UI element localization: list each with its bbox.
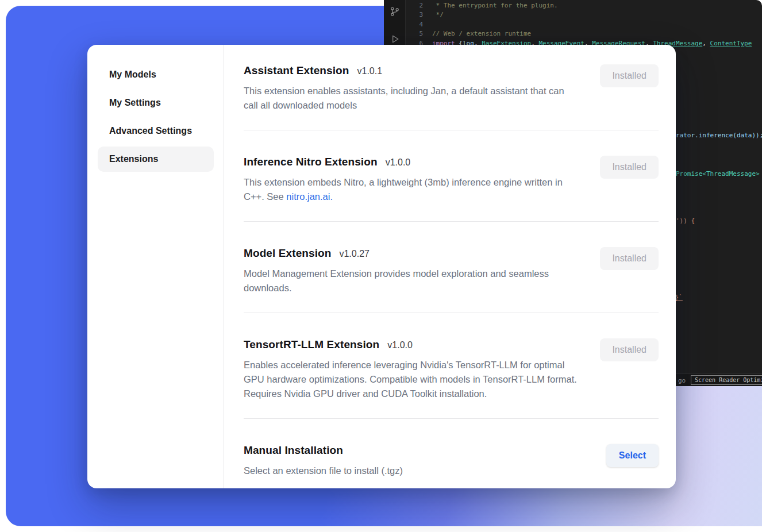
- manual-installation-row: Manual Installation Select an extension …: [244, 444, 659, 478]
- code-fragment: Promise<ThreadMessage>: [676, 170, 760, 178]
- installed-button[interactable]: Installed: [600, 156, 659, 179]
- code-line: 2 * The entrypoint for the plugin.: [406, 1, 762, 10]
- extension-row-nitro: Inference Nitro Extension v1.0.0 This ex…: [244, 156, 659, 204]
- extension-header: TensortRT-LLM Extension v1.0.0: [244, 338, 580, 351]
- screen: 2 * The entrypoint for the plugin. 3 */ …: [0, 0, 762, 532]
- manual-installation-title: Manual Installation: [244, 444, 343, 457]
- extension-title: Assistant Extension: [244, 64, 349, 77]
- extension-header: Inference Nitro Extension v1.0.0: [244, 156, 580, 168]
- extension-description: This extension enables assistants, inclu…: [244, 84, 580, 113]
- extension-version: v1.0.27: [339, 249, 369, 259]
- code-area: 2 * The entrypoint for the plugin. 3 */ …: [406, 1, 762, 48]
- sidebar-item-my-models[interactable]: My Models: [98, 62, 214, 87]
- extension-info: Manual Installation Select an extension …: [244, 444, 403, 478]
- code-line: 5 // Web / extension runtime: [406, 29, 762, 38]
- run-debug-icon[interactable]: [389, 33, 401, 45]
- extensions-panel: Assistant Extension v1.0.1 This extensio…: [224, 45, 676, 488]
- divider: [244, 313, 659, 313]
- extension-version: v1.0.1: [357, 66, 383, 76]
- extension-header: Model Extension v1.0.27: [244, 247, 580, 260]
- divider: [244, 221, 659, 222]
- settings-sidebar: My Models My Settings Advanced Settings …: [87, 45, 224, 488]
- sidebar-item-extensions[interactable]: Extensions: [98, 147, 214, 172]
- line-number: 5: [406, 29, 423, 38]
- nitro-jan-ai-link[interactable]: nitro.jan.ai.: [286, 191, 333, 202]
- extension-row-model: Model Extension v1.0.27 Model Management…: [244, 247, 659, 295]
- line-number: 3: [406, 10, 423, 20]
- extension-description: Enables accelerated inference leveraging…: [244, 358, 580, 401]
- code-text: // Web / extension runtime: [432, 29, 531, 38]
- divider: [244, 130, 659, 130]
- extension-row-tensorrt: TensortRT-LLM Extension v1.0.0 Enables a…: [244, 338, 659, 401]
- extension-header: Assistant Extension v1.0.1: [244, 64, 580, 77]
- select-file-button[interactable]: Select: [606, 444, 659, 467]
- code-fragment: ')) {: [676, 217, 695, 225]
- line-number: 4: [406, 20, 423, 29]
- extension-description: This extension embeds Nitro, a lightweig…: [244, 175, 580, 204]
- extension-description: Model Management Extension provides mode…: [244, 267, 580, 295]
- extension-version: v1.0.0: [387, 340, 413, 350]
- sidebar-item-advanced-settings[interactable]: Advanced Settings: [98, 118, 214, 144]
- extension-title: TensortRT-LLM Extension: [244, 338, 379, 351]
- extension-info: TensortRT-LLM Extension v1.0.0 Enables a…: [244, 338, 580, 401]
- code-line: 3 */: [406, 10, 762, 20]
- extension-title: Inference Nitro Extension: [244, 156, 378, 168]
- code-fragment: rator.inference(data));: [676, 132, 762, 139]
- installed-button[interactable]: Installed: [600, 247, 659, 270]
- screen-reader-chip[interactable]: Screen Reader Optimized: [691, 375, 762, 385]
- code-text: */: [432, 10, 444, 20]
- extension-version: v1.0.0: [386, 157, 411, 168]
- extension-info: Model Extension v1.0.27 Model Management…: [244, 247, 580, 295]
- code-line: 4: [406, 20, 762, 29]
- sidebar-item-my-settings[interactable]: My Settings: [98, 90, 214, 115]
- statusbar-text: go: [678, 377, 686, 384]
- extension-title: Model Extension: [244, 247, 331, 260]
- installed-button[interactable]: Installed: [600, 64, 659, 87]
- extension-row-assistant: Assistant Extension v1.0.1 This extensio…: [244, 64, 659, 113]
- code-text: * The entrypoint for the plugin.: [432, 1, 558, 10]
- extension-info: Inference Nitro Extension v1.0.0 This ex…: [244, 156, 580, 204]
- extension-info: Assistant Extension v1.0.1 This extensio…: [244, 64, 580, 113]
- installed-button[interactable]: Installed: [600, 338, 659, 361]
- source-control-icon[interactable]: [389, 6, 401, 17]
- line-number: 2: [406, 1, 423, 10]
- divider: [244, 418, 659, 419]
- manual-installation-description: Select an extension file to install (.tg…: [244, 464, 403, 478]
- extension-header: Manual Installation: [244, 444, 403, 457]
- settings-modal: My Models My Settings Advanced Settings …: [87, 45, 676, 488]
